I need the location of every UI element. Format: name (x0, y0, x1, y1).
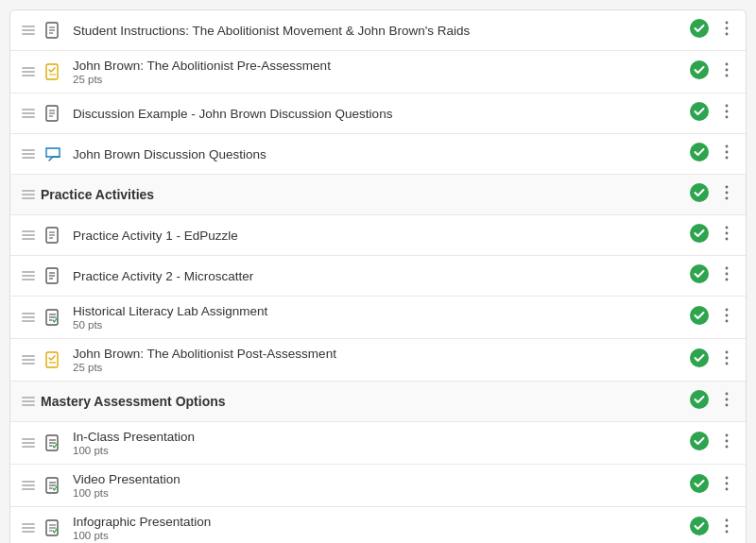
drag-handle[interactable] (16, 438, 41, 448)
svg-point-27 (726, 186, 729, 189)
item-type-icon (41, 104, 65, 123)
svg-point-59 (726, 363, 729, 365)
item-title: John Brown: The Abolitionist Post-Assess… (73, 347, 689, 361)
svg-point-18 (690, 102, 709, 121)
item-pts: 25 pts (73, 74, 689, 85)
item-row-6: Practice Activity 2 - Microscatter (10, 256, 746, 297)
drag-handle[interactable] (16, 481, 41, 490)
more-icon[interactable] (717, 102, 736, 125)
svg-point-19 (726, 105, 729, 108)
svg-point-10 (690, 60, 709, 79)
svg-point-57 (726, 351, 729, 354)
item-content: In-Class Presentation 100 pts (73, 430, 689, 456)
row-actions (689, 305, 736, 330)
svg-point-37 (726, 238, 729, 241)
item-pts: 100 pts (73, 530, 689, 541)
svg-point-45 (726, 279, 729, 281)
svg-point-13 (726, 75, 729, 77)
item-row-12: Infographic Presentation 100 pts (10, 507, 746, 543)
more-icon[interactable] (717, 432, 736, 454)
item-type-icon (41, 350, 65, 369)
row-actions (689, 182, 736, 207)
svg-rect-8 (46, 64, 58, 79)
svg-point-6 (726, 27, 729, 30)
item-pts: 25 pts (73, 362, 689, 373)
svg-point-56 (690, 348, 709, 367)
more-icon[interactable] (717, 474, 736, 497)
more-icon[interactable] (717, 60, 736, 83)
item-row-7: Historical Literacy Lab Assignment 50 pt… (10, 297, 746, 339)
check-icon (689, 142, 710, 166)
drag-handle[interactable] (16, 355, 41, 365)
more-icon[interactable] (717, 264, 736, 287)
check-icon (689, 348, 710, 372)
item-type-icon (41, 144, 65, 163)
drag-handle[interactable] (16, 397, 41, 406)
drag-handle[interactable] (16, 149, 41, 159)
svg-point-52 (726, 314, 729, 317)
drag-handle[interactable] (16, 271, 41, 280)
more-icon[interactable] (717, 348, 736, 371)
drag-handle[interactable] (16, 67, 41, 76)
svg-point-51 (726, 309, 729, 312)
item-content: John Brown Discussion Questions (73, 147, 689, 161)
drag-handle[interactable] (16, 190, 41, 199)
svg-point-85 (726, 519, 729, 522)
more-icon[interactable] (717, 517, 736, 539)
svg-point-77 (726, 477, 729, 480)
item-title: Discussion Example - John Brown Discussi… (73, 107, 689, 121)
row-actions (689, 263, 736, 288)
item-title: John Brown: The Abolitionist Pre-Assessm… (73, 59, 689, 73)
row-actions (689, 101, 736, 126)
svg-point-58 (726, 357, 729, 360)
svg-point-24 (726, 151, 729, 154)
item-content: Discussion Example - John Brown Discussi… (73, 107, 689, 121)
item-content: John Brown: The Abolitionist Post-Assess… (73, 347, 689, 373)
svg-point-12 (726, 69, 729, 72)
more-icon[interactable] (717, 390, 736, 413)
item-row-10: In-Class Presentation 100 pts (10, 422, 746, 465)
svg-point-50 (690, 306, 709, 325)
section-row-4: Practice Activities (10, 175, 746, 215)
item-row-0: Student Instructions: The Abolitionist M… (10, 10, 746, 51)
item-content: Practice Activity 2 - Microscatter (73, 269, 689, 283)
drag-handle[interactable] (16, 523, 41, 533)
svg-point-26 (690, 183, 709, 202)
item-row-2: Discussion Example - John Brown Discussi… (10, 93, 746, 134)
item-type-icon (41, 266, 65, 285)
drag-handle[interactable] (16, 25, 41, 35)
item-type-icon (41, 21, 65, 40)
svg-point-71 (726, 446, 729, 449)
svg-point-70 (726, 440, 729, 443)
item-title: Infographic Presentation (73, 515, 689, 529)
svg-point-43 (726, 267, 729, 270)
more-icon[interactable] (717, 306, 736, 329)
item-row-3: John Brown Discussion Questions (10, 134, 746, 175)
item-row-8: John Brown: The Abolitionist Post-Assess… (10, 339, 746, 382)
svg-point-28 (726, 192, 729, 195)
item-title: Practice Activity 2 - Microscatter (73, 269, 689, 283)
item-pts: 100 pts (73, 487, 689, 499)
more-icon[interactable] (717, 143, 736, 165)
drag-handle[interactable] (16, 109, 41, 118)
more-icon[interactable] (717, 19, 736, 42)
svg-point-42 (690, 264, 709, 283)
svg-point-44 (726, 273, 729, 276)
drag-handle[interactable] (16, 313, 41, 322)
svg-point-76 (690, 474, 709, 493)
svg-point-36 (726, 232, 729, 235)
drag-handle[interactable] (16, 230, 41, 240)
svg-point-84 (690, 517, 709, 535)
row-actions (689, 18, 736, 42)
svg-point-4 (690, 19, 709, 38)
check-icon (689, 516, 710, 540)
item-title: John Brown Discussion Questions (73, 147, 689, 161)
item-row-5: Practice Activity 1 - EdPuzzle (10, 215, 746, 256)
row-actions (689, 473, 736, 498)
svg-point-62 (726, 399, 729, 401)
item-title: Practice Activity 1 - EdPuzzle (73, 229, 689, 243)
item-content: Practice Activity 1 - EdPuzzle (73, 229, 689, 243)
more-icon[interactable] (717, 183, 736, 206)
more-icon[interactable] (717, 224, 736, 246)
section-title: Practice Activities (41, 186, 689, 203)
